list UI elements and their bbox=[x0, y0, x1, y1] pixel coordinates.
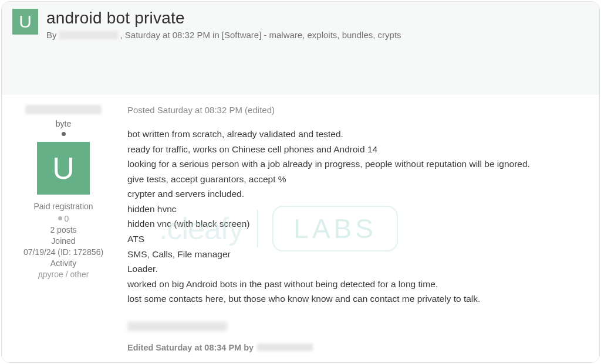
byline: By , Saturday at 08:32 PM in [Software] … bbox=[46, 30, 401, 40]
user-rank: byte bbox=[10, 119, 117, 128]
body-line: ATS bbox=[127, 232, 593, 247]
category-link[interactable]: [Software] bbox=[222, 30, 262, 40]
body-line: looking for a serious person with a job … bbox=[127, 157, 593, 172]
activity-value: другое / other bbox=[10, 270, 117, 279]
joined-value: 07/19/24 (ID: 172856) bbox=[10, 247, 117, 257]
post-content: .cleafy LABS Posted Saturday at 08:32 PM… bbox=[125, 94, 599, 363]
body-line: crypter and servers included. bbox=[127, 186, 593, 202]
contact-redacted bbox=[127, 322, 227, 331]
editor-redacted bbox=[257, 343, 313, 351]
header-gap bbox=[2, 56, 599, 94]
body-line: ready for traffic, works on Chinese cell… bbox=[127, 142, 593, 157]
thread-title: android bot private bbox=[46, 9, 401, 28]
reputation-count: 0 bbox=[58, 214, 69, 223]
body-line: bot written from scratch, already valida… bbox=[127, 127, 593, 142]
category-tail: - malware, exploits, bundles, crypts bbox=[264, 30, 401, 40]
by-label: By bbox=[46, 30, 57, 40]
activity-label: Activity bbox=[10, 258, 117, 268]
header-text-block: android bot private By , Saturday at 08:… bbox=[46, 9, 401, 40]
body-line: lost some contacts here, but those who k… bbox=[127, 291, 593, 307]
post: byte U Paid registration 0 2 posts Joine… bbox=[2, 94, 599, 363]
posted-at: , Saturday at 08:32 PM in bbox=[120, 30, 220, 40]
body-line: give tests, accept guarantors, accept % bbox=[127, 172, 593, 187]
rank-dot-icon bbox=[62, 132, 66, 136]
author-redacted bbox=[59, 31, 118, 39]
edited-info: Edited Saturday at 08:34 PM by bbox=[127, 343, 593, 352]
author-avatar[interactable]: U bbox=[37, 142, 90, 195]
posted-timestamp[interactable]: Posted Saturday at 08:32 PM (edited) bbox=[127, 105, 593, 115]
joined-label: Joined bbox=[10, 236, 117, 246]
post-count[interactable]: 2 posts bbox=[10, 225, 117, 234]
body-line: SMS, Calls, File manager bbox=[127, 247, 593, 262]
username-redacted bbox=[25, 105, 102, 114]
header-avatar[interactable]: U bbox=[12, 9, 38, 35]
body-line: hidden hvnc bbox=[127, 202, 593, 217]
rep-value: 0 bbox=[65, 214, 69, 223]
author-sidebar: byte U Paid registration 0 2 posts Joine… bbox=[2, 94, 125, 363]
post-body: bot written from scratch, already valida… bbox=[127, 127, 593, 307]
body-line: worked on big Android bots in the past w… bbox=[127, 277, 593, 292]
registration-type: Paid registration bbox=[10, 202, 117, 211]
body-line: hidden vnc (with black screen) bbox=[127, 216, 593, 232]
rep-dot-icon bbox=[58, 216, 62, 220]
page-container: U android bot private By , Saturday at 0… bbox=[1, 1, 600, 363]
edited-text[interactable]: Edited Saturday at 08:34 PM by bbox=[127, 343, 254, 352]
thread-header: U android bot private By , Saturday at 0… bbox=[2, 2, 599, 56]
body-line: Loader. bbox=[127, 261, 593, 277]
